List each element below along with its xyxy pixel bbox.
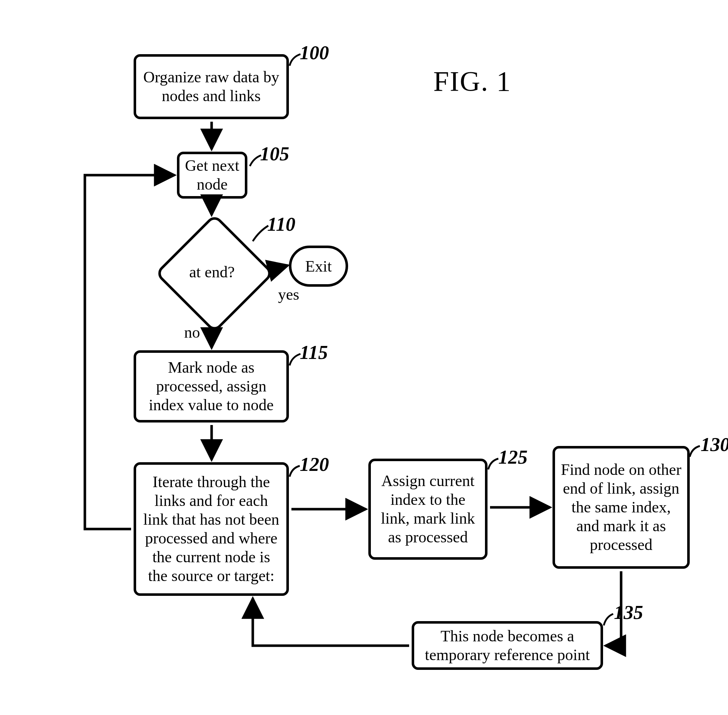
flowchart-canvas: FIG. 1 Organize raw data by nodes and li… — [0, 0, 728, 715]
box-iterate-links: Iterate through the links and for each l… — [134, 462, 289, 596]
box-organize-raw-data: Organize raw data by nodes and links — [134, 54, 289, 119]
terminator-exit: Exit — [289, 246, 348, 287]
label-yes: yes — [278, 285, 299, 304]
box-135-text: This node becomes a temporary reference … — [419, 627, 595, 664]
box-assign-index-link: Assign current index to the link, mark l… — [368, 459, 487, 560]
ref-125: 125 — [498, 446, 528, 468]
box-105-text: Get next node — [184, 156, 240, 194]
ref-120: 120 — [300, 453, 329, 475]
box-100-text: Organize raw data by nodes and links — [141, 68, 281, 106]
ref-100: 100 — [300, 42, 329, 64]
decision-at-end-text: at end? — [172, 263, 252, 281]
box-130-text: Find node on other end of link, assign t… — [560, 460, 682, 554]
box-mark-node-processed: Mark node as processed, assign index val… — [134, 350, 289, 422]
box-120-text: Iterate through the links and for each l… — [141, 473, 281, 585]
exit-text: Exit — [305, 257, 332, 276]
label-no: no — [184, 323, 200, 342]
box-find-node-other-end: Find node on other end of link, assign t… — [553, 446, 690, 569]
box-115-text: Mark node as processed, assign index val… — [141, 358, 281, 415]
ref-135: 135 — [614, 601, 643, 624]
figure-title: FIG. 1 — [433, 65, 511, 98]
ref-115: 115 — [300, 341, 328, 364]
box-get-next-node: Get next node — [177, 152, 247, 199]
ref-110: 110 — [267, 213, 295, 235]
box-125-text: Assign current index to the link, mark l… — [376, 472, 480, 547]
box-temporary-reference: This node becomes a temporary reference … — [411, 621, 603, 670]
ref-130: 130 — [701, 433, 728, 456]
ref-105: 105 — [260, 143, 289, 165]
svg-line-2 — [268, 265, 288, 271]
